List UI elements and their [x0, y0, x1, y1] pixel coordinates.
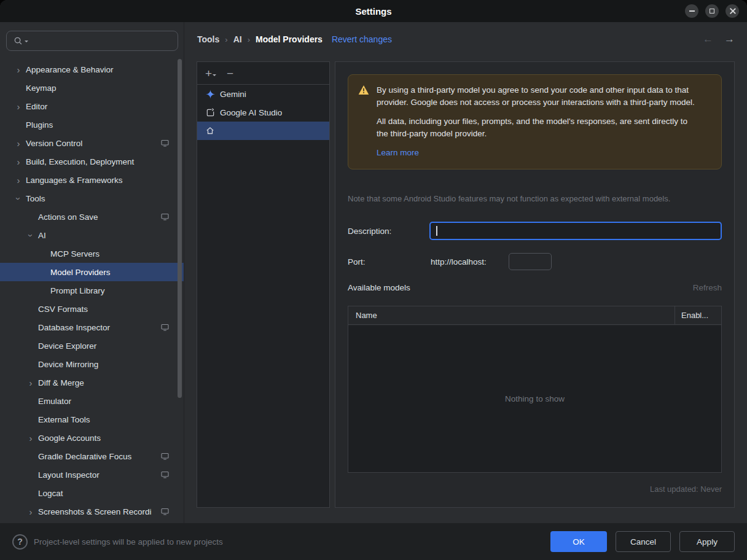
breadcrumb-separator-icon: › [225, 35, 227, 44]
text-cursor [436, 226, 437, 236]
search-history-caret-icon[interactable] [25, 41, 28, 44]
description-input[interactable] [429, 222, 722, 240]
footer-buttons: OK Cancel Apply [550, 531, 735, 552]
remove-provider-button[interactable]: − [227, 68, 233, 79]
sidebar-item-logcat[interactable]: Logcat [0, 484, 184, 502]
sidebar-item-external-tools[interactable]: External Tools [0, 410, 184, 429]
sidebar-item-csv-formats[interactable]: CSV Formats [0, 300, 184, 318]
sidebar-item-label: Device Explorer [38, 341, 96, 351]
sidebar-item-label: CSV Formats [38, 305, 88, 314]
chevron-right-icon[interactable]: › [23, 378, 38, 387]
google-ai-studio-icon [205, 107, 215, 117]
sidebar-item-prompt-library[interactable]: Prompt Library [0, 281, 184, 300]
chevron-right-icon[interactable]: › [23, 507, 38, 516]
chevron-right-icon[interactable]: › [11, 157, 26, 166]
sidebar-item-label: Editor [26, 102, 47, 111]
sidebar-item-label: Database Inspector [38, 323, 110, 332]
back-arrow-icon[interactable]: ← [703, 33, 713, 45]
main-content: Tools › AI › Model Providers Revert chan… [185, 22, 747, 523]
settings-tree: ›Appearance & BehaviorKeymap›EditorPlugi… [0, 60, 184, 523]
sidebar-item-google-accounts[interactable]: ›Google Accounts [0, 429, 184, 447]
port-input[interactable] [509, 253, 552, 270]
add-provider-button[interactable]: + [205, 68, 216, 79]
sidebar-item-editor[interactable]: ›Editor [0, 97, 184, 115]
provider-item-google-ai-studio[interactable]: Google AI Studio [197, 103, 329, 122]
sidebar-item-label: Emulator [38, 397, 71, 406]
sidebar-scrollbar[interactable] [178, 59, 182, 398]
close-button[interactable] [725, 4, 739, 18]
refresh-button[interactable]: Refresh [693, 283, 722, 292]
minus-icon: − [227, 68, 233, 79]
sidebar-item-layout-inspector[interactable]: Layout Inspector [0, 465, 184, 484]
sidebar-item-version-control[interactable]: ›Version Control [0, 134, 184, 152]
sidebar-item-label: Prompt Library [50, 286, 105, 295]
maximize-button[interactable] [705, 4, 719, 18]
chevron-right-icon[interactable]: › [11, 139, 26, 148]
ok-button[interactable]: OK [550, 531, 607, 552]
sidebar-item-mcp-servers[interactable]: MCP Servers [0, 244, 184, 263]
sidebar-item-label: External Tools [38, 415, 90, 424]
breadcrumb-tools[interactable]: Tools [197, 34, 219, 44]
sidebar-item-label: Logcat [38, 489, 63, 498]
warning-triangle-icon [358, 85, 369, 159]
sidebar-item-label: Device Mirroring [38, 360, 98, 369]
breadcrumb-model-providers: Model Providers [256, 34, 323, 44]
sidebar-item-plugins[interactable]: Plugins [0, 115, 184, 134]
sidebar-item-languages-frameworks[interactable]: ›Languages & Frameworks [0, 171, 184, 189]
breadcrumb-ai[interactable]: AI [233, 34, 242, 44]
sidebar-item-keymap[interactable]: Keymap [0, 79, 184, 97]
chevron-right-icon[interactable]: › [11, 65, 26, 74]
external-models-note: Note that some Android Studio features m… [348, 194, 670, 203]
sidebar-item-build-execution-deployment[interactable]: ›Build, Execution, Deployment [0, 152, 184, 171]
sidebar-item-label: Version Control [26, 139, 82, 148]
dialog-footer: ? Project-level settings will be applied… [0, 523, 747, 560]
sidebar-item-label: Tools [26, 194, 45, 203]
settings-search-box[interactable] [6, 31, 178, 51]
sidebar-item-label: AI [38, 231, 46, 240]
sidebar-item-label: Languages & Frameworks [26, 176, 123, 185]
cancel-button[interactable]: Cancel [616, 531, 671, 552]
model-provider-settings-panel: By using a third-party model you agree t… [335, 61, 735, 508]
minimize-button[interactable] [685, 4, 698, 18]
settings-search-input[interactable] [30, 36, 171, 45]
localhost-prefix: http://localhost: [431, 257, 487, 266]
sidebar-item-emulator[interactable]: Emulator [0, 392, 184, 410]
chevron-down-icon[interactable]: › [14, 191, 23, 206]
revert-changes-link[interactable]: Revert changes [332, 34, 392, 44]
sidebar-item-label: Layout Inspector [38, 470, 100, 480]
column-header-name[interactable]: Name [348, 306, 675, 324]
sidebar-item-database-inspector[interactable]: Database Inspector [0, 318, 184, 336]
sidebar-item-diff-merge[interactable]: ›Diff & Merge [0, 373, 184, 392]
provider-item-new[interactable] [197, 122, 329, 140]
apply-button[interactable]: Apply [679, 531, 735, 552]
chevron-right-icon[interactable]: › [11, 176, 26, 185]
sidebar-item-label: Google Accounts [38, 434, 101, 443]
sidebar-item-model-providers[interactable]: Model Providers [0, 263, 184, 281]
column-header-enabled[interactable]: Enabl... [675, 306, 721, 324]
sidebar-item-screenshots-screen-recordi[interactable]: ›Screenshots & Screen Recordi [0, 502, 184, 521]
titlebar: Settings [0, 0, 747, 22]
sidebar-item-ai[interactable]: ›AI [0, 226, 184, 244]
chevron-right-icon[interactable]: › [11, 102, 26, 111]
forward-arrow-icon[interactable]: → [724, 33, 735, 45]
warning-text: By using a third-party model you agree t… [377, 84, 698, 159]
learn-more-link[interactable]: Learn more [377, 147, 419, 159]
warning-paragraph-1: By using a third-party model you agree t… [377, 84, 698, 108]
window-title: Settings [355, 6, 391, 17]
provider-item-gemini[interactable]: Gemini [197, 85, 329, 103]
sidebar-item-actions-on-save[interactable]: Actions on Save [0, 208, 184, 226]
sidebar-item-device-mirroring[interactable]: Device Mirroring [0, 355, 184, 373]
provider-item-label: Google AI Studio [220, 108, 282, 117]
sidebar-item-tools[interactable]: ›Tools [0, 189, 184, 208]
chevron-right-icon[interactable]: › [23, 434, 38, 443]
sidebar-item-device-explorer[interactable]: Device Explorer [0, 336, 184, 355]
table-empty-state: Nothing to show [348, 325, 721, 472]
search-icon [13, 36, 23, 46]
sidebar-item-label: Gradle Declarative Focus [38, 452, 131, 461]
help-button[interactable]: ? [12, 534, 28, 550]
sidebar-item-gradle-declarative-focus[interactable]: Gradle Declarative Focus [0, 447, 184, 465]
sidebar-item-appearance-behavior[interactable]: ›Appearance & Behavior [0, 60, 184, 79]
chevron-down-icon[interactable]: › [26, 228, 36, 243]
breadcrumb: Tools › AI › Model Providers Revert chan… [185, 22, 747, 56]
breadcrumb-separator-icon: › [248, 35, 250, 44]
